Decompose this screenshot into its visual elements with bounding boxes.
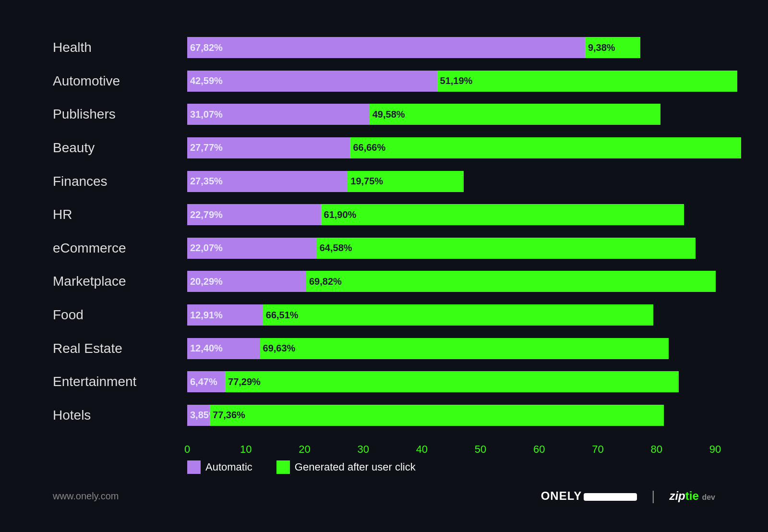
row-label: HR <box>53 207 187 222</box>
axis-tick: 70 <box>592 443 603 456</box>
legend-row: AutomaticGenerated after user click <box>53 460 715 474</box>
axis-tick: 60 <box>533 443 545 456</box>
bar-green-label: 9,38% <box>588 42 615 53</box>
bar-purple: 22,07% <box>187 238 317 259</box>
row-label: Hotels <box>53 408 187 423</box>
axis-tick: 30 <box>357 443 369 456</box>
chart-row: eCommerce22,07%64,58% <box>53 234 715 263</box>
bar-green: 49,58% <box>370 104 660 125</box>
chart-row: Food12,91%66,51% <box>53 301 715 329</box>
bar-green-label: 64,58% <box>320 242 352 254</box>
bars-container: 12,40%69,63% <box>187 338 715 359</box>
bar-green-label: 77,36% <box>213 410 245 421</box>
axis-tick: 40 <box>416 443 428 456</box>
footer-logos: ONELYGoogle AI ready | ziptie dev <box>541 488 715 504</box>
bar-purple: 3,85% <box>187 405 210 426</box>
legend-item: Automatic <box>187 460 252 474</box>
divider: | <box>651 488 655 504</box>
bar-purple: 12,40% <box>187 338 260 359</box>
row-label: Publishers <box>53 107 187 122</box>
axis-tick: 90 <box>709 443 721 456</box>
chart-row: Hotels3,85%77,36% <box>53 401 715 430</box>
chart-row: Marketplace20,29%69,82% <box>53 267 715 296</box>
bar-purple: 22,79% <box>187 204 321 225</box>
row-label: Marketplace <box>53 274 187 289</box>
bar-green-label: 66,51% <box>266 310 299 321</box>
chart-row: Real Estate12,40%69,63% <box>53 334 715 363</box>
bar-purple-label: 12,40% <box>190 343 223 354</box>
ziptie-logo: ziptie dev <box>669 489 715 503</box>
bar-purple-label: 42,59% <box>190 75 223 86</box>
chart-row: Entertainment6,47%77,29% <box>53 367 715 396</box>
bars-container: 6,47%77,29% <box>187 371 715 392</box>
legend-label: Generated after user click <box>295 461 416 473</box>
bar-green-label: 19,75% <box>350 176 383 187</box>
bars-container: 12,91%66,51% <box>187 304 715 326</box>
bar-purple: 27,77% <box>187 137 350 158</box>
legend-color-box <box>276 460 290 474</box>
bar-green: 61,90% <box>321 204 684 225</box>
bar-green: 69,82% <box>306 271 716 292</box>
bars-container: 67,82%9,38% <box>187 37 715 58</box>
bars-container: 42,59%51,19% <box>187 71 715 92</box>
bars-container: 27,77%66,66% <box>187 137 715 158</box>
bar-purple-label: 6,47% <box>190 376 217 387</box>
row-label: eCommerce <box>53 241 187 256</box>
bar-purple: 6,47% <box>187 371 225 392</box>
bar-green-label: 51,19% <box>440 75 473 86</box>
bar-purple: 20,29% <box>187 271 306 292</box>
bar-purple-label: 20,29% <box>190 276 223 287</box>
row-label: Food <box>53 307 187 323</box>
bar-green: 51,19% <box>437 71 738 92</box>
bar-green-label: 77,29% <box>228 376 261 387</box>
axis-tick: 20 <box>299 443 310 456</box>
bar-green-label: 66,66% <box>353 142 385 153</box>
bar-green: 64,58% <box>317 238 696 259</box>
row-label: Health <box>53 40 187 55</box>
bars-container: 20,29%69,82% <box>187 271 715 292</box>
bar-green-label: 69,82% <box>309 276 342 287</box>
onely-logo: ONELYGoogle AI ready <box>541 489 637 503</box>
bars-container: 3,85%77,36% <box>187 405 715 426</box>
chart-row: Beauty27,77%66,66% <box>53 133 715 162</box>
bar-purple: 67,82% <box>187 37 585 58</box>
chart-row: Automotive42,59%51,19% <box>53 67 715 96</box>
bar-green-label: 49,58% <box>372 109 405 120</box>
chart-row: HR22,79%61,90% <box>53 200 715 229</box>
axis-row: 0102030405060708090 <box>53 434 715 453</box>
bar-green: 66,51% <box>263 304 653 326</box>
chart-rows: Health67,82%9,38%Automotive42,59%51,19%P… <box>53 33 715 430</box>
bars-container: 22,07%64,58% <box>187 238 715 259</box>
chart-area: Health67,82%9,38%Automotive42,59%51,19%P… <box>53 33 715 474</box>
axis-tick: 80 <box>651 443 662 456</box>
axis-tick: 10 <box>240 443 252 456</box>
bar-purple-label: 67,82% <box>190 42 223 53</box>
row-label: Entertainment <box>53 374 187 389</box>
bars-container: 27,35%19,75% <box>187 171 715 192</box>
chart-row: Publishers31,07%49,58% <box>53 100 715 129</box>
bars-container: 31,07%49,58% <box>187 104 715 125</box>
chart-row: Finances27,35%19,75% <box>53 167 715 196</box>
bar-green: 66,66% <box>350 137 741 158</box>
bar-green: 77,29% <box>225 371 679 392</box>
axis-tick: 0 <box>184 443 190 456</box>
row-label: Finances <box>53 174 187 189</box>
legend-item: Generated after user click <box>276 460 416 474</box>
row-label: Automotive <box>53 73 187 89</box>
bar-green: 69,63% <box>260 338 669 359</box>
bars-container: 22,79%61,90% <box>187 204 715 225</box>
bar-green-label: 61,90% <box>324 209 357 220</box>
row-label: Beauty <box>53 140 187 156</box>
legend-label: Automatic <box>205 461 252 473</box>
axis-tick: 50 <box>475 443 486 456</box>
bar-purple-label: 12,91% <box>190 310 223 321</box>
bar-purple-label: 31,07% <box>190 109 223 120</box>
bar-purple: 42,59% <box>187 71 437 92</box>
bar-green: 77,36% <box>210 405 664 426</box>
bar-green: 9,38% <box>585 37 640 58</box>
bar-green-label: 69,63% <box>263 343 296 354</box>
bar-purple: 27,35% <box>187 171 348 192</box>
legend-color-box <box>187 460 201 474</box>
bar-purple-label: 27,77% <box>190 142 223 153</box>
chart-row: Health67,82%9,38% <box>53 33 715 62</box>
